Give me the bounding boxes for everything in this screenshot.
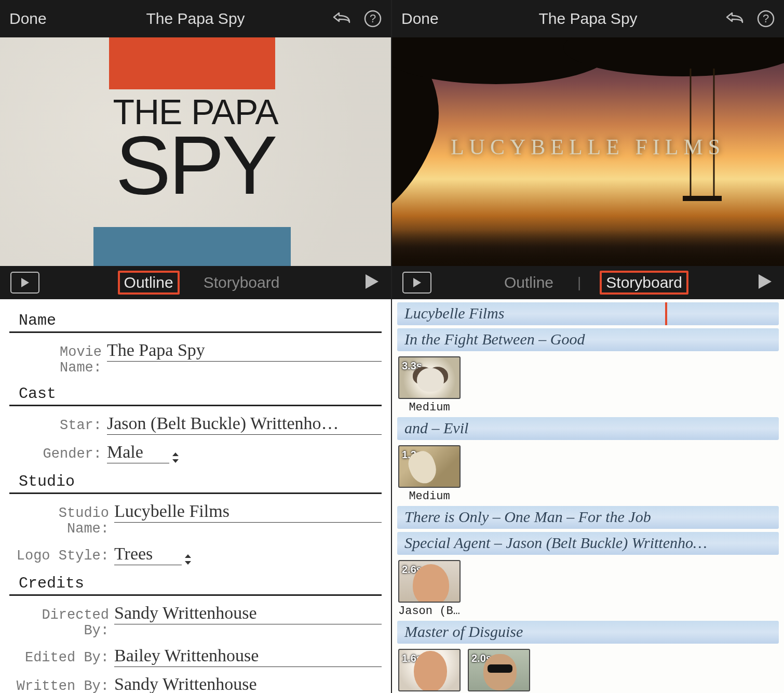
svg-point-5 bbox=[563, 37, 784, 76]
clip-thumbnail[interactable]: 2.6s bbox=[398, 560, 461, 603]
clip-duration: 1.3s bbox=[402, 449, 422, 461]
section-credits: Credits bbox=[9, 565, 382, 596]
tabbar: Outline | Storyboard bbox=[392, 266, 784, 299]
label-edited-by: Edited By: bbox=[9, 650, 109, 665]
clip-row: 2.6sJason (Belt… bbox=[397, 557, 779, 618]
clip-thumbnail[interactable]: 2.0s bbox=[468, 649, 530, 691]
pane-storyboard: Done The Papa Spy ? LUCYBELLE FILMS bbox=[392, 0, 784, 693]
label-star: Star: bbox=[9, 418, 102, 433]
undo-icon[interactable] bbox=[725, 11, 746, 26]
tab-storyboard[interactable]: Storyboard bbox=[198, 272, 285, 294]
label-logo-style: Logo Style: bbox=[9, 548, 109, 564]
done-button[interactable]: Done bbox=[401, 10, 439, 28]
tab-outline[interactable]: Outline bbox=[499, 272, 559, 294]
clip-label: Jason (Belt… bbox=[398, 605, 461, 618]
storyboard-list[interactable]: Lucybelle FilmsIn the Fight Between – Go… bbox=[392, 299, 784, 693]
svg-text:?: ? bbox=[763, 12, 769, 25]
field-studio-name[interactable]: Lucybelle Films bbox=[114, 501, 382, 523]
svg-point-4 bbox=[392, 37, 610, 84]
clip-duration: 1.6s bbox=[402, 652, 422, 664]
tabbar: Outline Storyboard bbox=[0, 266, 391, 299]
storyboard-clip[interactable]: 3.3sMedium bbox=[398, 356, 461, 414]
storyboard-title-card[interactable]: Master of Disguise bbox=[397, 621, 779, 644]
done-button[interactable]: Done bbox=[9, 10, 47, 28]
storyboard-clip[interactable]: 1.6s bbox=[398, 649, 461, 693]
label-gender: Gender: bbox=[9, 446, 102, 462]
preview-studio-logo[interactable]: LUCYBELLE FILMS bbox=[392, 37, 784, 266]
storyboard-title-card[interactable]: Special Agent – Jason (Belt Buckle) Writ… bbox=[397, 532, 779, 555]
playhead-indicator[interactable] bbox=[665, 302, 667, 325]
clip-row: 1.6s2.0s bbox=[397, 646, 779, 693]
storyboard-clip[interactable]: 2.6sJason (Belt… bbox=[398, 560, 461, 618]
play-button[interactable] bbox=[756, 273, 774, 292]
label-written-by: Written By: bbox=[9, 678, 109, 693]
storyboard-clip[interactable]: 1.3sMedium bbox=[398, 445, 461, 503]
label-movie-name: Movie Name: bbox=[9, 344, 102, 376]
undo-icon[interactable] bbox=[332, 11, 353, 26]
storyboard-title-card[interactable]: and – Evil bbox=[397, 417, 779, 440]
play-mode-button[interactable] bbox=[402, 272, 431, 294]
svg-rect-8 bbox=[683, 196, 722, 201]
section-studio: Studio bbox=[9, 463, 382, 494]
clip-thumbnail[interactable]: 1.3s bbox=[398, 445, 461, 488]
topbar: Done The Papa Spy ? bbox=[0, 0, 391, 37]
clip-thumbnail[interactable]: 3.3s bbox=[398, 356, 461, 399]
play-mode-button[interactable] bbox=[10, 272, 39, 294]
section-cast: Cast bbox=[9, 376, 382, 406]
outline-form: Name Movie Name: The Papa Spy Cast Star:… bbox=[0, 299, 391, 693]
clip-label: Medium bbox=[398, 401, 461, 414]
play-button[interactable] bbox=[363, 273, 381, 292]
clip-row: 3.3sMedium bbox=[397, 353, 779, 414]
topbar: Done The Papa Spy ? bbox=[392, 0, 784, 37]
studio-logo-text: LUCYBELLE FILMS bbox=[451, 135, 725, 159]
storyboard-title-card[interactable]: In the Fight Between – Good bbox=[397, 328, 779, 351]
tab-separator: | bbox=[577, 274, 581, 291]
tab-storyboard[interactable]: Storyboard bbox=[600, 271, 688, 295]
help-icon[interactable]: ? bbox=[757, 10, 775, 28]
storyboard-title-card[interactable]: Lucybelle Films bbox=[397, 302, 779, 325]
field-gender[interactable]: Male bbox=[107, 442, 169, 463]
clip-label: Medium bbox=[398, 490, 461, 503]
clip-duration: 2.6s bbox=[402, 564, 422, 576]
field-edited-by[interactable]: Bailey Writtenhouse bbox=[114, 646, 382, 667]
help-icon[interactable]: ? bbox=[364, 10, 382, 28]
field-movie-name[interactable]: The Papa Spy bbox=[107, 340, 382, 362]
field-directed-by[interactable]: Sandy Writtenhouse bbox=[114, 603, 382, 624]
section-name: Name bbox=[9, 302, 382, 333]
field-star[interactable]: Jason (Belt Buckle) Writtenho… bbox=[107, 414, 382, 435]
storyboard-title-card[interactable]: There is Only – One Man – For the Job bbox=[397, 506, 779, 529]
pane-outline: Done The Papa Spy ? THE PAPA SPY Outline bbox=[0, 0, 392, 693]
field-logo-style[interactable]: Trees bbox=[114, 544, 182, 565]
clip-duration: 2.0s bbox=[471, 652, 492, 664]
label-studio-name: Studio Name: bbox=[9, 505, 109, 537]
label-directed-by: Directed By: bbox=[9, 607, 109, 638]
field-written-by[interactable]: Sandy Writtenhouse bbox=[114, 674, 382, 693]
clip-thumbnail[interactable]: 1.6s bbox=[398, 649, 461, 691]
storyboard-clip[interactable]: 2.0s bbox=[468, 649, 530, 693]
preview-poster[interactable]: THE PAPA SPY bbox=[0, 37, 391, 266]
poster-title: THE PAPA SPY bbox=[113, 96, 278, 203]
clip-duration: 3.3s bbox=[402, 360, 422, 372]
tab-outline[interactable]: Outline bbox=[118, 271, 180, 295]
svg-text:?: ? bbox=[370, 12, 376, 25]
clip-row: 1.3sMedium bbox=[397, 442, 779, 503]
